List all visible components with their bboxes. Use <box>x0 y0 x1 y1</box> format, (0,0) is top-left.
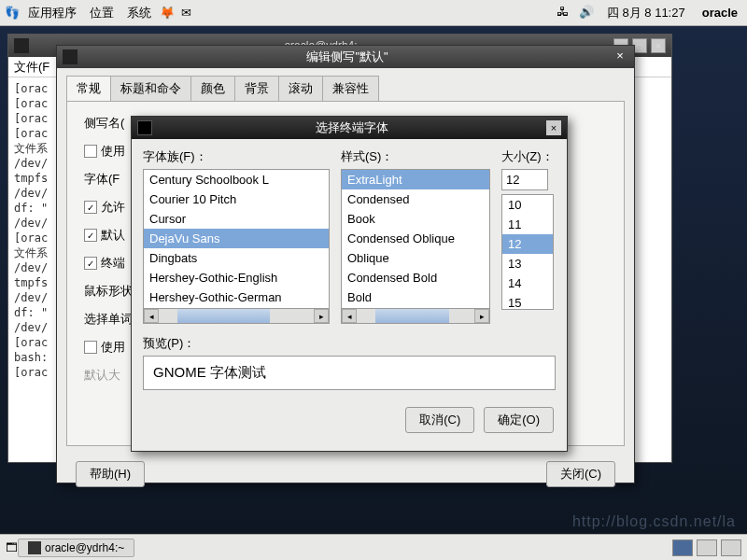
scroll-left-icon[interactable]: ◂ <box>144 309 159 323</box>
taskbar-entry-label: oracle@ydrh4:~ <box>45 541 124 554</box>
workspace-1[interactable] <box>672 539 693 556</box>
scroll-left-icon[interactable]: ◂ <box>342 309 357 323</box>
cursor-shape-label: 鼠标形状 <box>84 283 133 300</box>
list-item[interactable]: 12 <box>502 234 553 254</box>
font-picker-title: 选择终端字体 <box>158 119 546 136</box>
list-item[interactable]: Cursor <box>144 209 329 229</box>
menu-places[interactable]: 位置 <box>84 3 120 23</box>
font-size-list[interactable]: 101112131415 <box>501 194 554 310</box>
size-label: 大小(Z)： <box>501 148 554 165</box>
list-item[interactable]: Condensed Oblique <box>342 229 489 248</box>
network-icon[interactable]: 🖧 <box>557 5 573 21</box>
list-item[interactable]: 15 <box>502 293 553 310</box>
list-item[interactable]: DejaVu Sans <box>144 229 329 248</box>
list-item[interactable]: Bold <box>342 287 489 307</box>
list-item[interactable]: Condensed <box>342 189 489 209</box>
list-item[interactable]: Century Schoolbook L <box>144 170 329 189</box>
gnome-foot-icon: 👣 <box>4 5 21 21</box>
font-preview: GNOME 字体测试 <box>143 356 556 390</box>
evolution-icon[interactable]: ✉ <box>177 5 194 21</box>
terminal-bell-label: 终端 <box>101 255 125 272</box>
preview-label: 预览(P)： <box>143 335 556 352</box>
list-item[interactable]: 11 <box>502 215 553 234</box>
edit-profile-title: 编辑侧写"默认" <box>83 49 612 65</box>
font-size-input[interactable] <box>501 169 548 190</box>
default-size-hint: 默认大 <box>84 367 120 384</box>
font-family-list[interactable]: Century Schoolbook LCourier 10 PitchCurs… <box>143 169 330 309</box>
close-icon[interactable]: × <box>546 120 561 135</box>
menu-applications[interactable]: 应用程序 <box>22 3 82 23</box>
family-hscrollbar[interactable]: ◂▸ <box>143 309 330 324</box>
list-item[interactable]: 13 <box>502 254 553 273</box>
trash-icon[interactable] <box>721 539 741 556</box>
list-item[interactable]: Hershey-Gothic-German <box>144 287 329 307</box>
list-item[interactable]: 10 <box>502 195 553 215</box>
ok-button[interactable]: 确定(O) <box>484 407 554 433</box>
taskbar-entry[interactable]: oracle@ydrh4:~ <box>18 539 134 557</box>
watermark: http://blog.csdn.net/la <box>572 513 736 530</box>
tab-colors[interactable]: 颜色 <box>190 76 235 101</box>
scroll-right-icon[interactable]: ▸ <box>314 309 329 323</box>
allow-bold-checkbox[interactable]: ✓ <box>84 201 97 214</box>
font-picker-titlebar[interactable]: 选择终端字体 × <box>132 117 567 139</box>
family-label: 字体族(F)： <box>143 148 330 165</box>
top-panel: 👣 应用程序 位置 系统 🦊 ✉ 🖧 🔊 四 8月 8 11:27 oracle <box>0 0 747 26</box>
terminal-icon <box>14 38 29 53</box>
use-system-font-label: 使用 <box>101 143 125 160</box>
bottom-panel: 🗔 oracle@ydrh4:~ <box>0 534 747 560</box>
terminal-icon <box>28 541 41 554</box>
list-item[interactable]: Oblique <box>342 248 489 268</box>
profile-tabs: 常规 标题和命令 颜色 背景 滚动 兼容性 <box>57 68 634 101</box>
use-custom-default-label: 使用 <box>101 339 125 356</box>
dialog-icon <box>137 120 152 135</box>
clock[interactable]: 四 8月 8 11:27 <box>601 3 691 23</box>
cancel-button[interactable]: 取消(C) <box>405 407 474 433</box>
show-desktop-icon[interactable]: 🗔 <box>6 540 18 554</box>
font-style-list[interactable]: ExtraLightCondensedBookCondensed Oblique… <box>341 169 490 309</box>
list-item[interactable]: Courier 10 Pitch <box>144 189 329 209</box>
workspace-switcher[interactable] <box>672 539 741 556</box>
style-hscrollbar[interactable]: ◂▸ <box>341 309 490 324</box>
default-show-checkbox[interactable]: ✓ <box>84 229 97 242</box>
font-picker-dialog: 选择终端字体 × 字体族(F)： Century Schoolbook LCou… <box>131 116 568 452</box>
scroll-right-icon[interactable]: ▸ <box>474 309 489 323</box>
tab-compatibility[interactable]: 兼容性 <box>322 76 379 101</box>
list-item[interactable]: Condensed Bold <box>342 268 489 287</box>
tab-title-command[interactable]: 标题和命令 <box>110 76 191 101</box>
user-label[interactable]: oracle <box>697 4 743 21</box>
tab-general[interactable]: 常规 <box>66 76 111 101</box>
select-by-word-label: 选择单词 <box>84 311 133 328</box>
help-button[interactable]: 帮助(H) <box>76 461 145 487</box>
tab-scrolling[interactable]: 滚动 <box>278 76 323 101</box>
list-item[interactable]: 14 <box>502 273 553 293</box>
edit-profile-titlebar[interactable]: 编辑侧写"默认" × <box>57 46 634 68</box>
menu-system[interactable]: 系统 <box>121 3 157 23</box>
volume-icon[interactable]: 🔊 <box>579 5 596 21</box>
list-item[interactable]: Dingbats <box>144 248 329 268</box>
scroll-thumb[interactable] <box>177 309 270 323</box>
tab-background[interactable]: 背景 <box>234 76 279 101</box>
default-show-label: 默认 <box>101 227 125 244</box>
close-icon[interactable]: × <box>612 49 628 65</box>
terminal-bell-checkbox[interactable]: ✓ <box>84 257 97 270</box>
list-item[interactable]: ExtraLight <box>342 170 489 189</box>
workspace-2[interactable] <box>697 539 717 556</box>
dialog-icon <box>63 49 78 64</box>
list-item[interactable]: Book <box>342 209 489 229</box>
allow-bold-label: 允许 <box>101 199 125 216</box>
use-system-font-checkbox[interactable] <box>84 145 97 158</box>
firefox-icon[interactable]: 🦊 <box>159 5 176 21</box>
style-label: 样式(S)： <box>341 148 490 165</box>
close-profile-button[interactable]: 关闭(C) <box>546 461 615 487</box>
scroll-thumb[interactable] <box>375 309 449 323</box>
list-item[interactable]: Hershey-Gothic-English <box>144 268 329 287</box>
use-custom-default-checkbox[interactable] <box>84 341 97 354</box>
close-button[interactable]: × <box>651 38 666 53</box>
